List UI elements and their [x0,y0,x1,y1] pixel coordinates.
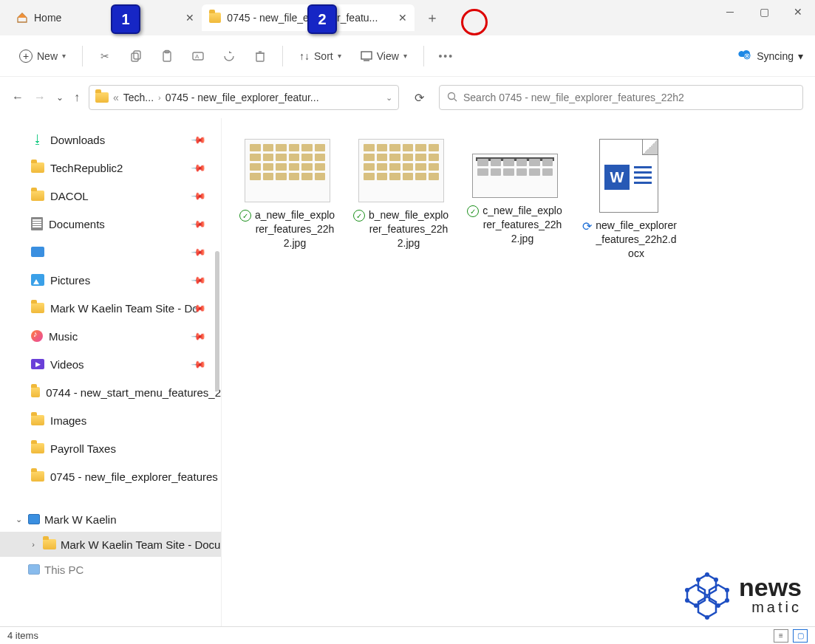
sort-button[interactable]: ↑↓ Sort ▾ [292,46,349,66]
file-thumbnail [245,139,330,202]
breadcrumb-2[interactable]: 0745 - new_file_explorer_featur... [166,92,319,103]
address-row: ← → ⌄ ↑ « Tech... › 0745 - new_file_expl… [0,77,815,118]
address-bar[interactable]: « Tech... › 0745 - new_file_explorer_fea… [89,85,399,110]
copy-icon [129,49,143,63]
copy-button[interactable] [123,45,149,67]
rename-button[interactable]: A [185,45,211,67]
breadcrumb-1[interactable]: Tech... [123,92,154,103]
user-icon [28,514,40,524]
file-item[interactable]: ✓b_new_file_explorer_features_22h2.jpg [353,139,449,261]
tree-child-label: Mark W Kaelin Team Site - Docu [61,538,220,551]
close-icon[interactable]: ✕ [398,12,407,24]
home-icon [16,12,28,24]
folder-icon [95,92,109,103]
sidebar-item-images[interactable]: Images [0,406,221,434]
folder-icon [31,415,44,425]
file-name: c_new_file_explorer_features_22h2.jpg [482,204,563,246]
svg-rect-7 [361,52,372,59]
tree-root-label: Mark W Kaelin [44,513,117,526]
chevron-down-icon: ▾ [338,52,341,60]
tree-root[interactable]: ⌄Mark W Kaelin [0,507,221,532]
annotation-callout-1: 1 [111,4,140,34]
more-button[interactable]: ••• [433,46,460,66]
share-button[interactable] [216,45,242,67]
tree-child[interactable]: ›Mark W Kaelin Team Site - Docu [0,532,221,557]
file-item[interactable]: ✓a_new_file_explorer_features_22h2.jpg [239,139,335,261]
pin-icon: 📌 [191,216,207,232]
sidebar-item-label: TechRepublic2 [50,162,123,174]
close-window-button[interactable]: ✕ [781,0,815,24]
sidebar-item-dacol[interactable]: DACOL📌 [0,182,221,210]
separator [82,46,83,66]
chevron-down-icon: ▾ [62,52,66,60]
up-button[interactable]: ↑ [74,91,80,104]
sidebar-item-0745[interactable]: 0745 - new_file_explorer_features [0,462,221,490]
svg-point-18 [696,578,700,582]
sidebar-item-label: 0745 - new_file_explorer_features [50,470,218,483]
synced-icon: ✓ [467,205,479,217]
sidebar-item-videos[interactable]: ▶Videos📌 [0,350,221,378]
back-button[interactable]: ← [12,91,24,104]
picture-icon [31,274,44,286]
sidebar-item-teamsite[interactable]: Mark W Kaelin Team Site - Do📌 [0,294,221,322]
sidebar-item-downloads[interactable]: ⭳Downloads📌 [0,126,221,154]
cloud-sync-icon [737,48,752,64]
maximize-button[interactable]: ▢ [747,0,781,24]
syncing-status[interactable]: Syncing ▾ [737,48,803,64]
watermark-text-1: news [739,573,802,601]
view-icon [361,51,372,61]
synced-icon: ✓ [239,210,251,222]
close-icon[interactable]: ✕ [185,12,194,24]
tree-pc-label: This PC [44,564,83,576]
pc-icon [28,564,40,575]
sidebar-item-documents[interactable]: Documents📌 [0,210,221,238]
file-item[interactable]: W ⟳new_file_explorer_features_22h2.docx [581,139,677,261]
svg-text:A: A [195,53,200,60]
forward-button[interactable]: → [34,91,46,104]
sidebar-item-label: Documents [49,218,105,230]
new-tab-button[interactable]: ＋ [420,6,444,30]
view-button-label: View [377,50,399,62]
annotation-callout-2: 2 [307,4,337,34]
details-view-button[interactable]: ≡ [774,629,788,643]
delete-button[interactable] [247,45,273,67]
refresh-button[interactable]: ⟳ [408,86,430,109]
chevron-right-icon: › [158,93,161,102]
pin-icon: 📌 [191,131,207,148]
sort-button-label: Sort [314,50,333,62]
sidebar-item-pictures[interactable]: Pictures📌 [0,266,221,294]
new-button-label: New [37,50,58,62]
sidebar-item-music[interactable]: Music📌 [0,322,221,350]
watermark-logo-icon [681,570,733,622]
recent-button[interactable]: ⌄ [56,92,64,103]
cut-button[interactable]: ✂ [92,46,118,66]
svg-marker-12 [698,575,716,595]
tab-home[interactable]: Home ✕ [9,4,202,31]
pin-icon: 📌 [191,244,207,260]
sidebar-item-payroll[interactable]: Payroll Taxes [0,434,221,462]
minimize-button[interactable]: ─ [713,0,747,24]
new-button[interactable]: + New ▾ [12,45,73,67]
sidebar-item-techrepublic2[interactable]: TechRepublic2📌 [0,154,221,182]
document-icon [31,217,43,230]
clipboard-icon [160,49,174,63]
icons-view-button[interactable]: ▢ [793,629,808,643]
watermark-text-2: matic [739,599,802,616]
svg-rect-6 [256,53,264,61]
search-input[interactable] [463,92,795,103]
rename-icon: A [191,49,205,63]
tab-home-label: Home [34,12,61,24]
sidebar-scrollbar[interactable] [215,251,219,391]
tree-this-pc[interactable]: This PC [0,557,221,582]
svg-point-9 [744,53,750,59]
sidebar-item-0744[interactable]: 0744 - new_start_menu_features_2 [0,378,221,406]
sidebar-item-label: Pictures [50,274,90,287]
file-item[interactable]: ✓c_new_file_explorer_features_22h2.jpg [467,139,563,261]
watermark: news matic [681,570,802,622]
view-button[interactable]: View ▾ [353,46,415,66]
search-box[interactable] [439,85,803,110]
sidebar-item-unnamed[interactable]: 📌 [0,238,221,266]
pin-icon: 📌 [191,328,207,344]
paste-button[interactable] [154,45,180,67]
chevron-down-icon[interactable]: ⌄ [386,93,392,103]
